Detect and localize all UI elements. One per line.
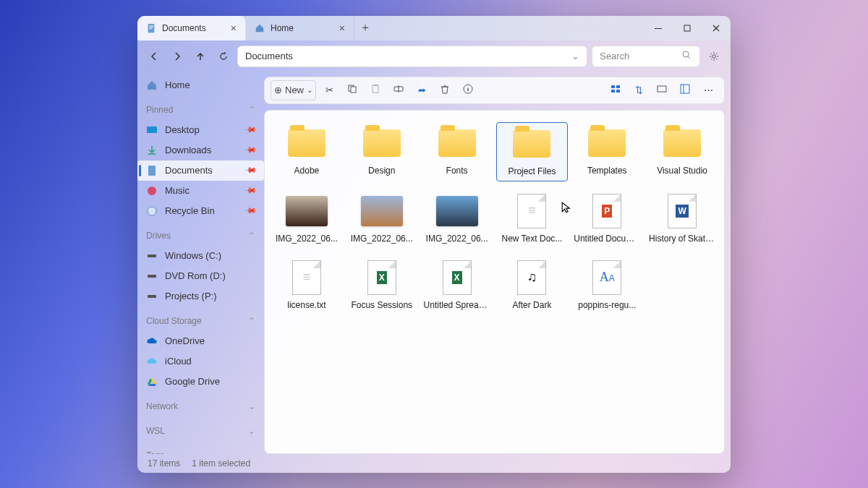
file-item[interactable]: Design bbox=[346, 122, 418, 181]
close-icon[interactable]: × bbox=[339, 22, 345, 34]
svg-rect-9 bbox=[148, 166, 156, 176]
file-item[interactable]: IMG_2022_06... bbox=[346, 190, 418, 248]
add-tab-button[interactable]: ＋ bbox=[354, 16, 376, 40]
close-button[interactable] bbox=[702, 16, 731, 40]
sidebar-item-onedrive[interactable]: OneDrive bbox=[137, 331, 264, 351]
sidebar-item-downloads[interactable]: Downloads📌 bbox=[137, 140, 264, 160]
pin-icon[interactable]: 📌 bbox=[243, 184, 257, 197]
sidebar: Home Pinned⌃Desktop📌Downloads📌Documents📌… bbox=[137, 72, 264, 454]
pin-icon[interactable]: 📌 bbox=[243, 143, 257, 157]
file-label: Focus Sessions bbox=[351, 300, 412, 310]
copy-icon bbox=[346, 83, 358, 97]
view-button[interactable]: ⇅ bbox=[629, 80, 649, 100]
svg-rect-26 bbox=[681, 85, 689, 93]
share-button[interactable]: ➦ bbox=[412, 80, 432, 100]
address-bar[interactable]: Documents ⌄ bbox=[237, 46, 587, 67]
info-button[interactable] bbox=[458, 80, 478, 100]
content-area: ⊕ New ⌄ ✂ ➦ ⇅ ⋯ AdobeDesignFontsPro bbox=[264, 72, 731, 454]
search-input[interactable]: Search bbox=[592, 46, 700, 67]
refresh-button[interactable] bbox=[214, 47, 233, 66]
arrows-icon: ⇅ bbox=[635, 85, 643, 95]
sidebar-item-music[interactable]: Music📌 bbox=[137, 181, 264, 201]
cloud-blue-icon bbox=[146, 335, 158, 347]
file-item[interactable]: PUntitled Docum... bbox=[571, 190, 643, 248]
sidebar-label: Recycle Bin bbox=[165, 205, 215, 216]
back-button[interactable] bbox=[145, 47, 163, 66]
file-item[interactable]: Adobe bbox=[271, 122, 343, 181]
paste-button[interactable] bbox=[365, 80, 386, 100]
file-item[interactable]: ≡license.txt bbox=[271, 257, 343, 314]
sidebar-section-tags[interactable]: Tags⌄ bbox=[137, 445, 264, 454]
sidebar-item-icloud[interactable]: iCloud bbox=[137, 351, 264, 372]
more-button[interactable]: ⋯ bbox=[698, 80, 718, 100]
new-button[interactable]: ⊕ New ⌄ bbox=[271, 80, 316, 100]
sidebar-item-google-drive[interactable]: Google Drive bbox=[137, 372, 264, 392]
paste-icon bbox=[370, 83, 381, 97]
sidebar-section-network[interactable]: Network⌄ bbox=[137, 396, 264, 416]
tab-home[interactable]: Home × bbox=[246, 16, 354, 40]
svg-rect-14 bbox=[148, 295, 156, 298]
selection-count: 1 item selected bbox=[192, 458, 250, 468]
sidebar-item-windows-c-[interactable]: Windows (C:) bbox=[137, 246, 264, 266]
recycle-icon bbox=[146, 205, 158, 217]
tab-documents[interactable]: Documents × bbox=[137, 16, 246, 40]
home-icon bbox=[146, 80, 158, 91]
file-grid[interactable]: AdobeDesignFontsProject FilesTemplatesVi… bbox=[264, 110, 725, 454]
titlebar: Documents × Home × ＋ bbox=[137, 16, 731, 40]
maximize-button[interactable] bbox=[673, 16, 702, 40]
minimize-button[interactable] bbox=[644, 16, 673, 40]
copy-button[interactable] bbox=[342, 80, 362, 100]
sidebar-label: DVD Rom (D:) bbox=[165, 270, 226, 281]
gdrive-icon bbox=[146, 376, 158, 388]
sidebar-item-dvd-rom-d-[interactable]: DVD Rom (D:) bbox=[137, 266, 264, 286]
sidebar-section-wsl[interactable]: WSL⌄ bbox=[137, 421, 264, 441]
forward-button[interactable] bbox=[168, 47, 187, 66]
up-button[interactable] bbox=[191, 47, 210, 66]
sidebar-section-cloud-storage[interactable]: Cloud Storage⌃ bbox=[137, 311, 264, 331]
close-icon[interactable]: × bbox=[231, 22, 237, 34]
file-item[interactable]: XFocus Sessions bbox=[346, 257, 418, 314]
cut-button[interactable]: ✂ bbox=[319, 80, 339, 100]
file-item[interactable]: WHistory of Skate... bbox=[646, 190, 718, 248]
file-item[interactable]: ≡New Text Doc... bbox=[496, 190, 569, 248]
layout-button[interactable] bbox=[675, 80, 695, 100]
new-label: New bbox=[285, 85, 304, 95]
sidebar-section-drives[interactable]: Drives⌃ bbox=[137, 226, 264, 246]
pin-icon[interactable]: 📌 bbox=[243, 123, 257, 137]
file-item[interactable]: AApoppins-regu... bbox=[571, 257, 643, 314]
file-item[interactable]: ♫After Dark bbox=[496, 257, 569, 314]
delete-button[interactable] bbox=[435, 80, 455, 100]
svg-rect-22 bbox=[616, 85, 620, 88]
sort-button[interactable] bbox=[605, 80, 626, 100]
drive-icon bbox=[146, 270, 158, 282]
pin-icon[interactable]: 📌 bbox=[243, 163, 257, 177]
cloud-light-icon bbox=[146, 356, 158, 367]
file-item[interactable]: IMG_2022_06... bbox=[271, 190, 343, 248]
desktop-icon bbox=[146, 124, 158, 136]
sidebar-item-projects-p-[interactable]: Projects (P:) bbox=[137, 286, 264, 307]
file-item[interactable]: Templates bbox=[571, 122, 643, 181]
sidebar-item-documents[interactable]: Documents📌 bbox=[137, 160, 264, 181]
filter-button[interactable] bbox=[652, 80, 672, 100]
chevron-down-icon[interactable]: ⌄ bbox=[571, 51, 579, 61]
settings-button[interactable] bbox=[705, 47, 723, 66]
image-thumbnail bbox=[361, 196, 403, 226]
file-item[interactable]: Visual Studio bbox=[646, 122, 718, 181]
search-icon bbox=[681, 49, 692, 63]
rename-button[interactable] bbox=[388, 80, 409, 100]
file-item[interactable]: XUntitled Spreads... bbox=[421, 257, 493, 314]
file-item[interactable]: Project Files bbox=[496, 122, 569, 181]
svg-rect-13 bbox=[148, 275, 156, 278]
file-item[interactable]: Fonts bbox=[421, 122, 493, 181]
folder-icon bbox=[288, 129, 326, 157]
sidebar-item-desktop[interactable]: Desktop📌 bbox=[137, 120, 264, 140]
sidebar-item-recycle-bin[interactable]: Recycle Bin📌 bbox=[137, 201, 264, 221]
sidebar-home[interactable]: Home bbox=[137, 75, 264, 95]
tab-label: Documents bbox=[162, 23, 206, 33]
ppt-icon: P bbox=[592, 194, 621, 228]
sidebar-section-pinned[interactable]: Pinned⌃ bbox=[137, 100, 264, 120]
svg-point-11 bbox=[148, 207, 156, 215]
file-item[interactable]: IMG_2022_06... bbox=[421, 190, 493, 248]
item-count: 17 items bbox=[148, 458, 180, 468]
pin-icon[interactable]: 📌 bbox=[243, 204, 257, 218]
